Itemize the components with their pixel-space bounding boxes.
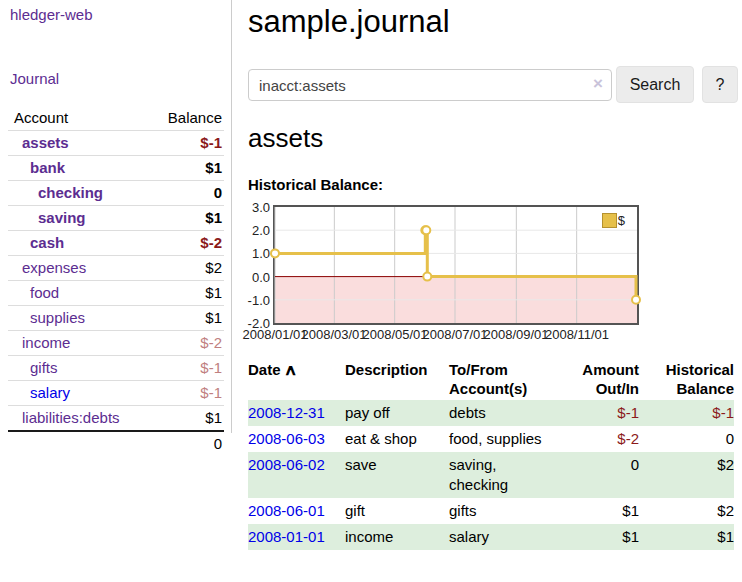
register-header-row: Date∧ Description To/From Account(s) Amo… [248,358,734,400]
transaction-accounts: debts [449,400,559,426]
accounts-header-balance: Balance [147,106,224,131]
account-row: bank$1 [8,156,224,181]
accounts-header-row: Account Balance [8,106,224,131]
account-balance: $-1 [147,381,224,406]
chart-canvas [275,207,637,323]
transaction-accounts: food, supplies [449,426,559,452]
chart-legend: $ [602,213,625,228]
account-balance: $-2 [147,331,224,356]
register-header-date[interactable]: Date∧ [248,358,345,400]
account-row: income$-2 [8,331,224,356]
account-link[interactable]: cash [30,234,64,251]
transaction-amount: $-1 [559,400,639,426]
account-link[interactable]: food [30,284,59,301]
balance-chart: $ [273,205,639,325]
account-row: gifts$-1 [8,356,224,381]
account-balance: $2 [147,256,224,281]
account-link[interactable]: expenses [22,259,86,276]
transaction-description: eat & shop [345,426,449,452]
transaction-description: save [345,452,449,498]
search-box: × [248,69,612,101]
register-header-balance: Historical Balance [639,358,734,400]
register-header-accounts: To/From Account(s) [449,358,559,400]
account-link[interactable]: gifts [30,359,58,376]
x-axis-tick-label: 2008/09/01 [483,327,548,342]
sort-ascending-icon: ∧ [283,360,297,379]
account-link[interactable]: income [22,334,70,351]
brand-link[interactable]: hledger-web [10,6,93,23]
transaction-date-link[interactable]: 2008-06-01 [248,502,325,519]
transaction-description: income [345,524,449,550]
account-balance: $-1 [147,131,224,156]
account-row: supplies$1 [8,306,224,331]
register-row: 2008-01-01incomesalary$1$1 [248,524,734,550]
register-row: 2008-06-02savesaving, checking0$2 [248,452,734,498]
register-row: 2008-12-31pay offdebts$-1$-1 [248,400,734,426]
account-row: liabilities:debts$1 [8,406,224,432]
account-row: cash$-2 [8,231,224,256]
account-link[interactable]: assets [22,134,69,151]
transaction-balance: $2 [639,498,734,524]
transaction-accounts: salary [449,524,559,550]
account-link[interactable]: salary [30,384,70,401]
sidebar: hledger-web Journal Account Balance asse… [0,0,232,433]
transaction-balance: $1 [639,524,734,550]
legend-label: $ [618,213,625,228]
transaction-balance: $-1 [639,400,734,426]
account-balance: $-2 [147,231,224,256]
transaction-amount: 0 [559,452,639,498]
x-axis-tick-label: 2008/07/01 [422,327,487,342]
account-balance: 0 [147,181,224,206]
account-link[interactable]: saving [38,209,86,226]
account-row: food$1 [8,281,224,306]
account-row: checking0 [8,181,224,206]
search-button[interactable]: Search [616,66,694,103]
accounts-total-balance: 0 [147,431,224,456]
x-axis-tick-label: 2008/01/01 [242,327,307,342]
transaction-date-link[interactable]: 2008-01-01 [248,528,325,545]
account-balance: $1 [147,306,224,331]
accounts-header-account: Account [8,106,147,131]
help-button[interactable]: ? [702,66,738,103]
search-input[interactable] [248,69,612,101]
page-title: sample.journal [248,0,450,44]
account-link[interactable]: bank [30,159,65,176]
account-row: saving$1 [8,206,224,231]
transaction-amount: $1 [559,524,639,550]
hledger-web-app: hledger-web Journal Account Balance asse… [0,0,742,582]
y-axis-tick-label: 1.0 [236,246,270,261]
transaction-date-link[interactable]: 2008-06-02 [248,456,325,473]
account-link[interactable]: liabilities:debts [22,409,120,426]
y-axis-tick-label: 3.0 [236,200,270,215]
transaction-accounts: saving, checking [449,452,559,498]
y-axis-tick-label: 2.0 [236,223,270,238]
transaction-date-link[interactable]: 2008-06-03 [248,430,325,447]
account-row: assets$-1 [8,131,224,156]
account-balance: $1 [147,281,224,306]
transaction-amount: $-2 [559,426,639,452]
register-header-amount: Amount Out/In [559,358,639,400]
register-header-description: Description [345,358,449,400]
sidebar-item-journal[interactable]: Journal [10,70,59,87]
account-heading: assets [248,120,323,156]
register-row: 2008-06-01giftgifts$1$2 [248,498,734,524]
transaction-date-link[interactable]: 2008-12-31 [248,404,325,421]
chart-section-label: Historical Balance: [248,176,383,193]
clear-search-icon[interactable]: × [593,74,603,94]
x-axis-tick-label: 2008/05/01 [362,327,427,342]
main-content: sample.journal × Search ? assets Histori… [248,0,742,582]
transaction-description: pay off [345,400,449,426]
transaction-accounts: gifts [449,498,559,524]
transaction-description: gift [345,498,449,524]
account-link[interactable]: supplies [30,309,85,326]
transaction-balance: $2 [639,452,734,498]
account-link[interactable]: checking [38,184,103,201]
x-axis-tick-label: 2008/03/01 [301,327,366,342]
y-axis-tick-label: -1.0 [236,293,270,308]
transaction-amount: $1 [559,498,639,524]
y-axis-tick-label: 0.0 [236,270,270,285]
account-balance: $1 [147,156,224,181]
register-table: Date∧ Description To/From Account(s) Amo… [248,358,734,550]
legend-color-swatch-icon [602,213,617,228]
account-balance: $1 [147,406,224,432]
